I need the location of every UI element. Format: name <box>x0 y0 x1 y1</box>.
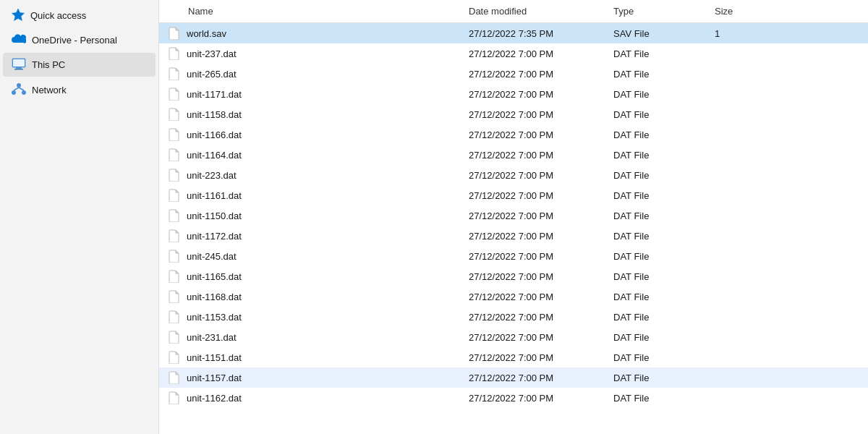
file-size-cell <box>709 273 868 279</box>
table-row[interactable]: unit-1171.dat27/12/2022 7:00 PMDAT File <box>159 84 868 104</box>
file-size-cell <box>709 213 868 218</box>
sidebar-item-this-pc[interactable]: This PC <box>3 53 156 77</box>
file-size-cell <box>709 375 868 380</box>
file-name-text: unit-1172.dat <box>187 231 242 242</box>
file-name-cell: world.sav <box>159 23 463 43</box>
col-size-header[interactable]: Size <box>709 3 868 20</box>
sidebar-item-label: Network <box>32 85 67 95</box>
thispc-icon <box>12 57 26 72</box>
file-size-cell <box>709 51 868 56</box>
col-type-header[interactable]: Type <box>608 3 709 20</box>
file-type-cell: DAT File <box>608 86 709 103</box>
file-icon <box>168 46 181 61</box>
file-type-cell: DAT File <box>608 268 709 285</box>
table-row[interactable]: unit-1164.dat27/12/2022 7:00 PMDAT File <box>159 145 868 165</box>
file-name-cell: unit-223.dat <box>159 165 463 185</box>
file-type-cell: DAT File <box>608 66 709 82</box>
col-date-header[interactable]: Date modified <box>463 3 608 20</box>
file-icon <box>168 107 181 122</box>
file-date-cell: 27/12/2022 7:00 PM <box>463 66 608 82</box>
svg-point-7 <box>22 90 26 95</box>
col-name-header[interactable]: Name <box>159 3 463 20</box>
sidebar-item-label: OneDrive - Personal <box>32 35 117 46</box>
file-date-cell: 27/12/2022 7:00 PM <box>463 289 608 305</box>
file-icon <box>168 229 181 243</box>
sidebar: Quick access OneDrive - Personal This PC… <box>0 0 159 434</box>
file-icon <box>168 391 181 405</box>
file-date-cell: 27/12/2022 7:00 PM <box>463 228 608 244</box>
file-name-cell: unit-1171.dat <box>159 84 463 104</box>
sidebar-item-onedrive[interactable]: OneDrive - Personal <box>3 29 156 51</box>
table-row[interactable]: unit-1157.dat27/12/2022 7:00 PMDAT File <box>159 367 868 388</box>
file-date-cell: 27/12/2022 7:00 PM <box>463 208 608 224</box>
file-name-text: unit-1161.dat <box>187 190 242 201</box>
file-icon <box>168 370 181 385</box>
file-size-cell <box>709 132 868 137</box>
table-row[interactable]: unit-1172.dat27/12/2022 7:00 PMDAT File <box>159 226 868 246</box>
svg-line-8 <box>14 88 19 90</box>
file-size-cell <box>709 395 868 401</box>
main-panel: Name Date modified Type Size world.sav27… <box>159 0 868 434</box>
file-icon <box>168 87 181 101</box>
file-name-text: unit-1165.dat <box>187 271 242 282</box>
file-name-cell: unit-265.dat <box>159 64 463 84</box>
file-name-text: unit-265.dat <box>187 69 237 80</box>
table-row[interactable]: unit-1166.dat27/12/2022 7:00 PMDAT File <box>159 124 868 145</box>
file-icon <box>168 249 181 263</box>
sidebar-item-label: This PC <box>32 59 65 70</box>
file-size-cell <box>709 192 868 198</box>
file-date-cell: 27/12/2022 7:00 PM <box>463 248 608 265</box>
table-row[interactable]: unit-245.dat27/12/2022 7:00 PMDAT File <box>159 246 868 266</box>
file-name-text: world.sav <box>187 28 226 39</box>
file-type-cell: DAT File <box>608 309 709 326</box>
table-row[interactable]: unit-237.dat27/12/2022 7:00 PMDAT File <box>159 43 868 64</box>
table-row[interactable]: unit-1165.dat27/12/2022 7:00 PMDAT File <box>159 266 868 286</box>
file-size-cell <box>709 314 868 320</box>
file-name-cell: unit-1165.dat <box>159 266 463 286</box>
file-name-cell: unit-231.dat <box>159 327 463 347</box>
file-icon <box>168 330 181 344</box>
table-row[interactable]: unit-1161.dat27/12/2022 7:00 PMDAT File <box>159 185 868 205</box>
table-row[interactable]: unit-223.dat27/12/2022 7:00 PMDAT File <box>159 165 868 185</box>
column-header: Name Date modified Type Size <box>159 0 868 23</box>
file-name-text: unit-1151.dat <box>187 352 242 363</box>
file-name-cell: unit-1164.dat <box>159 145 463 165</box>
file-icon <box>168 127 181 142</box>
svg-point-6 <box>12 90 16 95</box>
table-row[interactable]: unit-1158.dat27/12/2022 7:00 PMDAT File <box>159 104 868 124</box>
file-size-cell: 1 <box>709 25 868 42</box>
file-type-cell: DAT File <box>608 248 709 265</box>
file-name-cell: unit-237.dat <box>159 43 463 64</box>
file-name-text: unit-1157.dat <box>187 373 242 383</box>
table-row[interactable]: unit-1151.dat27/12/2022 7:00 PMDAT File <box>159 347 868 367</box>
file-icon <box>168 188 181 203</box>
table-row[interactable]: unit-1168.dat27/12/2022 7:00 PMDAT File <box>159 286 868 307</box>
file-name-cell: unit-1162.dat <box>159 388 463 408</box>
file-icon <box>168 289 181 304</box>
file-name-cell: unit-1158.dat <box>159 104 463 124</box>
svg-rect-3 <box>14 69 23 70</box>
file-type-cell: DAT File <box>608 289 709 305</box>
sidebar-item-network[interactable]: Network <box>3 78 156 102</box>
file-list: world.sav27/12/2022 7:35 PMSAV File1 uni… <box>159 23 868 434</box>
file-name-cell: unit-245.dat <box>159 246 463 266</box>
table-row[interactable]: unit-1153.dat27/12/2022 7:00 PMDAT File <box>159 307 868 327</box>
table-row[interactable]: unit-231.dat27/12/2022 7:00 PMDAT File <box>159 327 868 347</box>
svg-rect-2 <box>16 67 22 69</box>
file-size-cell <box>709 111 868 117</box>
file-type-cell: DAT File <box>608 127 709 143</box>
table-row[interactable]: unit-265.dat27/12/2022 7:00 PMDAT File <box>159 64 868 84</box>
table-row[interactable]: unit-1162.dat27/12/2022 7:00 PMDAT File <box>159 388 868 408</box>
table-row[interactable]: world.sav27/12/2022 7:35 PMSAV File1 <box>159 23 868 43</box>
file-size-cell <box>709 172 868 178</box>
file-type-cell: DAT File <box>608 228 709 244</box>
file-name-text: unit-1171.dat <box>187 89 242 100</box>
sidebar-item-quick-access[interactable]: Quick access <box>3 4 156 27</box>
file-name-cell: unit-1157.dat <box>159 367 463 388</box>
file-icon <box>168 148 181 162</box>
star-icon <box>12 8 25 23</box>
file-date-cell: 27/12/2022 7:00 PM <box>463 309 608 326</box>
table-row[interactable]: unit-1150.dat27/12/2022 7:00 PMDAT File <box>159 205 868 226</box>
svg-rect-4 <box>13 59 25 67</box>
file-size-cell <box>709 334 868 340</box>
